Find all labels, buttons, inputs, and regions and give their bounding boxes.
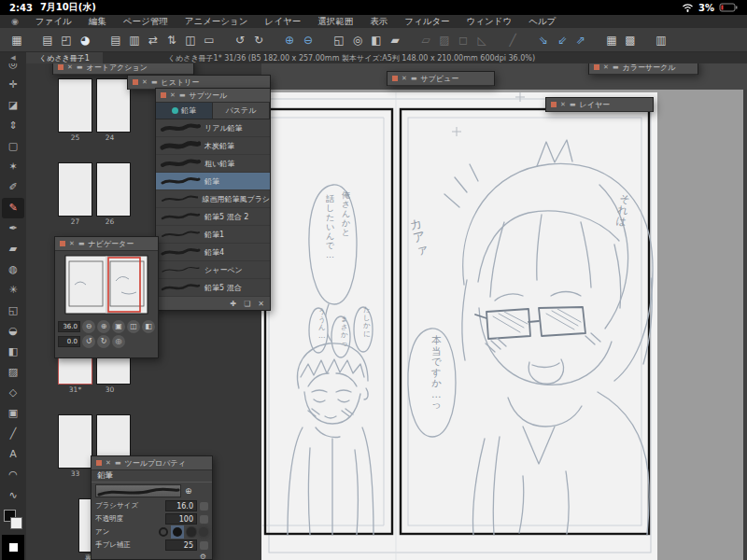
eyedropper-tool-icon[interactable]: ✐ (2, 177, 24, 198)
new-canvas-icon[interactable]: ▤ (38, 31, 57, 49)
snap-special-ruler-icon[interactable]: ⇘ (534, 31, 553, 49)
minimize-icon[interactable]: ▬ (115, 459, 121, 467)
snap-to-grid-icon[interactable]: ⇗ (571, 31, 590, 49)
redo-icon[interactable]: ↻ (249, 31, 268, 49)
fit-to-screen-icon[interactable]: ◱ (330, 31, 348, 49)
close-icon[interactable]: ✕ (69, 240, 75, 247)
close-icon[interactable]: ✕ (142, 78, 148, 86)
app-menu-icon[interactable]: ◉ (11, 17, 19, 26)
nav-flip-h-button[interactable]: ◧ (142, 320, 155, 333)
menu-window[interactable]: ウィンドウ (467, 16, 513, 28)
subtool-item[interactable]: 鉛筆5 混合 (156, 279, 270, 297)
nav-rotate-left-button[interactable]: ↺ (82, 335, 95, 348)
gradient-tool-icon[interactable]: ▨ (2, 362, 24, 383)
subview-panel[interactable]: ✕ ▬ サブビュー (387, 71, 495, 86)
aa-weak-option-selected[interactable] (171, 525, 184, 539)
subtool-item[interactable]: 鉛筆1 (156, 226, 270, 244)
aa-medium-option[interactable] (187, 527, 196, 537)
nav-reset-rotation-button[interactable]: ◎ (112, 335, 125, 348)
stabilization-input[interactable]: 25 (165, 539, 197, 551)
airbrush-tool-icon[interactable]: ◍ (2, 259, 24, 280)
close-icon[interactable]: ✕ (170, 91, 176, 99)
subtool-tab-パステル[interactable]: パステル (213, 103, 270, 119)
subtool-item[interactable]: 線画用鉛筆風ブラシ (156, 190, 270, 208)
document-tab[interactable]: くめさき冊子1 (26, 52, 103, 63)
nav-zoom-in-button[interactable]: ⊕ (97, 320, 110, 333)
minimize-icon[interactable]: ▬ (613, 63, 619, 71)
liquify-icon[interactable]: ◺ (472, 31, 491, 49)
minimize-icon[interactable]: ▬ (570, 101, 576, 108)
auto-select-tool-icon[interactable]: ✶ (2, 157, 24, 177)
nav-zoom-out-button[interactable]: ⊖ (82, 320, 95, 333)
minimize-icon[interactable]: ▬ (179, 91, 186, 99)
menu-layer[interactable]: レイヤー (265, 16, 302, 28)
page-thumbnail-right[interactable] (96, 162, 131, 217)
pen-tool-icon[interactable]: ✒ (2, 218, 24, 239)
operation-tool-icon[interactable]: ◪ (2, 95, 24, 116)
decoration-tool-icon[interactable]: ✳ (2, 280, 24, 301)
delete-subtool-icon[interactable]: ✕ (258, 300, 264, 308)
snap-to-guide-icon[interactable]: ⇙ (553, 31, 571, 49)
magnifier-icon[interactable]: ⊕ (185, 486, 192, 496)
tool-settings-icon[interactable]: ⚙ (200, 553, 206, 560)
workspace-layout-icon[interactable]: ▦ (7, 31, 26, 49)
page-thumbnail-left[interactable] (58, 78, 92, 133)
nav-actual-size-button[interactable]: ◫ (127, 320, 140, 333)
sub-color-swatch[interactable] (10, 517, 22, 529)
brush-size-input[interactable]: 16.0 (165, 500, 197, 511)
scale-transform-icon[interactable]: ▱ (416, 31, 435, 49)
subtool-item[interactable]: 鉛筆5 混合 2 (156, 208, 270, 226)
subtool-item[interactable]: リアル鉛筆 (156, 119, 270, 137)
page-thumbnail-left[interactable] (58, 414, 92, 469)
ruler-tool-icon[interactable]: ╱ (2, 424, 24, 444)
menu-animation[interactable]: アニメーション (185, 16, 248, 28)
flip-view-icon[interactable]: ◧ (367, 31, 386, 49)
scroll-pages-icon[interactable]: ⇅ (162, 31, 181, 49)
brush-tool-icon[interactable]: ▰ (2, 239, 24, 259)
navigator-preview[interactable] (56, 253, 157, 318)
rotation-value[interactable]: 0.0 (58, 336, 80, 347)
aa-none-option[interactable] (159, 527, 168, 537)
minimize-icon[interactable]: ▬ (151, 78, 158, 86)
layer-move-tool-icon[interactable]: ⇕ (2, 116, 24, 136)
prev-page-icon[interactable]: ▤ (106, 31, 125, 49)
bw-color-icon[interactable] (2, 535, 24, 560)
subtool-item[interactable]: 鉛筆 (156, 173, 270, 190)
zoom-value[interactable]: 36.0 (58, 321, 80, 332)
zoom-in-icon[interactable]: ⊕ (280, 31, 299, 49)
close-icon[interactable]: ✕ (560, 101, 566, 108)
rotate-view-icon[interactable]: ◎ (348, 31, 367, 49)
subtool-item[interactable]: 粗い鉛筆 (156, 155, 270, 173)
menu-file[interactable]: ファイル (35, 16, 72, 28)
undo-icon[interactable]: ↺ (231, 31, 249, 49)
dock-canvas-icon[interactable]: ◀ (0, 52, 26, 63)
export-pages-icon[interactable]: ▥ (652, 31, 670, 49)
clip-studio-launch-icon[interactable]: ◕ (76, 31, 94, 49)
zoom-out-icon[interactable]: ⊖ (299, 31, 317, 49)
close-icon[interactable]: ✕ (603, 63, 609, 71)
brush-size-dynamics-button[interactable] (200, 502, 208, 511)
spread-view-icon[interactable]: ◫ (181, 31, 200, 49)
menu-edit[interactable]: 編集 (89, 16, 106, 28)
close-icon[interactable]: ✕ (67, 63, 73, 71)
figure-tool-icon[interactable]: ◇ (2, 383, 24, 403)
duplicate-subtool-icon[interactable]: ❏ (244, 300, 250, 308)
frame-border-tool-icon[interactable]: ▣ (2, 403, 24, 424)
opacity-dynamics-button[interactable] (200, 515, 208, 524)
close-icon[interactable]: ✕ (106, 459, 111, 467)
blend-tool-icon[interactable]: ◒ (2, 321, 24, 342)
stabilization-dynamics-button[interactable] (200, 541, 208, 550)
swap-page-order-icon[interactable]: ⇄ (144, 31, 162, 49)
subtool-item[interactable]: 鉛筆4 (156, 244, 270, 261)
next-page-icon[interactable]: ▥ (125, 31, 144, 49)
mesh-transform-icon[interactable]: ▨ (435, 31, 454, 49)
menu-filter[interactable]: フィルター (404, 16, 449, 28)
aa-strong-option[interactable] (199, 527, 208, 537)
subtool-item[interactable]: シャーペン (156, 261, 270, 279)
nav-rotate-right-button[interactable]: ↻ (97, 335, 110, 348)
close-icon[interactable]: ✕ (402, 75, 407, 82)
menu-selection[interactable]: 選択範囲 (317, 16, 353, 28)
minimize-icon[interactable]: ▬ (77, 63, 83, 71)
page-thumbnail-right[interactable] (96, 78, 131, 133)
layer-panel[interactable]: ✕ ▬ レイヤー (545, 97, 654, 112)
